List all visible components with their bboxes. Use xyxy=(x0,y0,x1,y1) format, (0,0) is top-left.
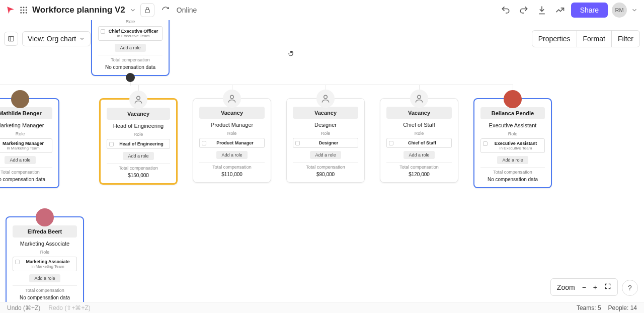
lock-button[interactable] xyxy=(140,3,154,17)
help-button[interactable]: ? xyxy=(622,280,638,296)
role-section-label: Role xyxy=(0,131,58,136)
svg-point-1 xyxy=(23,7,25,8)
toggle-panel-button[interactable] xyxy=(4,32,18,46)
comp-value: No compensation data xyxy=(0,177,58,182)
person-subtitle: Marketing Associate xyxy=(7,241,83,247)
card-head-engineering[interactable]: Vacancy Head of Engineering Role Head of… xyxy=(99,98,178,185)
card-designer[interactable]: Vacancy Designer Role Designer Add a rol… xyxy=(286,98,365,183)
comp-label: Total compensation xyxy=(7,288,83,293)
card-bellanca[interactable]: Bellanca Pendle Executive Assistant Role… xyxy=(473,98,552,188)
checkbox-icon[interactable] xyxy=(109,142,114,146)
add-role-button[interactable]: Add a role xyxy=(123,152,153,160)
vacancy-label: Vacancy xyxy=(295,110,356,116)
fullscreen-button[interactable] xyxy=(604,283,611,291)
checkbox-icon[interactable] xyxy=(15,260,20,264)
divider xyxy=(386,162,452,163)
checkbox-icon[interactable] xyxy=(389,141,393,145)
view-dropdown-label: View: Org chart xyxy=(28,35,76,43)
divider xyxy=(107,163,170,164)
role-row[interactable]: Product Manager xyxy=(199,138,265,148)
card-chief-of-staff[interactable]: Vacancy Chief of Staff Role Chief of Sta… xyxy=(380,98,458,183)
svg-point-2 xyxy=(26,7,27,8)
zoom-controls: Zoom − + xyxy=(550,278,618,296)
checkbox-icon[interactable] xyxy=(483,141,488,146)
add-role-button[interactable]: Add a role xyxy=(497,156,528,164)
user-menu-chevron-icon[interactable] xyxy=(631,7,638,14)
avatar xyxy=(504,90,522,108)
redo-button[interactable] xyxy=(517,3,531,17)
trend-button[interactable] xyxy=(553,3,567,17)
svg-point-5 xyxy=(26,10,27,11)
apps-grid-icon[interactable] xyxy=(19,6,28,15)
view-dropdown[interactable]: View: Org chart xyxy=(22,31,91,46)
refresh-button[interactable] xyxy=(158,3,173,17)
role-row[interactable]: Chief of Staff xyxy=(386,138,452,148)
role-title: Marketing Manager xyxy=(0,141,49,146)
add-role-button[interactable]: Add a role xyxy=(5,156,35,164)
role-section-label: Role xyxy=(474,131,551,136)
undo-button[interactable] xyxy=(499,3,513,17)
download-button[interactable] xyxy=(535,3,549,17)
comp-label: Total compensation xyxy=(193,165,271,170)
tab-filter[interactable]: Filter xyxy=(611,31,639,47)
svg-point-14 xyxy=(324,95,328,99)
person-name: Mathilde Benger xyxy=(0,110,50,116)
vacancy-avatar-icon xyxy=(223,90,241,108)
zoom-out-button[interactable]: − xyxy=(582,283,586,291)
role-title: Product Manager xyxy=(209,140,261,145)
tab-properties[interactable]: Properties xyxy=(532,31,577,47)
role-section-label: Role xyxy=(7,250,83,255)
vacancy-subtitle: Chief of Staff xyxy=(380,122,458,128)
role-row[interactable]: Head of Engineering xyxy=(107,139,170,149)
role-row[interactable]: Designer xyxy=(293,138,358,148)
person-name: Elfreda Beert xyxy=(15,228,75,234)
document-title[interactable]: Workforce planning V2 xyxy=(32,5,125,15)
role-section-label: Role xyxy=(92,20,169,24)
add-role-button[interactable]: Add a role xyxy=(29,274,60,282)
divider xyxy=(293,162,358,163)
role-title: Chief Executive Officer xyxy=(108,29,159,34)
card-ceo[interactable]: Role Chief Executive Officer in Executiv… xyxy=(91,20,170,76)
svg-rect-9 xyxy=(145,10,149,13)
org-chart-canvas[interactable]: Role Chief Executive Officer in Executiv… xyxy=(0,20,644,302)
user-avatar[interactable]: RM xyxy=(612,3,627,18)
vacancy-avatar-icon xyxy=(129,91,147,109)
role-title: Marketing Associate xyxy=(22,259,73,264)
add-role-button[interactable]: Add a role xyxy=(310,151,341,159)
role-section-label: Role xyxy=(193,131,271,136)
chevron-down-icon xyxy=(79,36,85,42)
tab-format[interactable]: Format xyxy=(577,31,611,47)
card-elfreda[interactable]: Elfreda Beert Marketing Associate Role M… xyxy=(6,216,84,302)
share-button[interactable]: Share xyxy=(571,3,608,18)
checkbox-icon[interactable] xyxy=(202,141,206,145)
role-row[interactable]: Chief Executive Officer in Executive Tea… xyxy=(98,26,163,41)
comp-label: Total compensation xyxy=(287,165,364,170)
zoom-in-button[interactable]: + xyxy=(593,283,597,291)
role-title: Executive Assistant xyxy=(490,141,541,146)
role-section-label: Role xyxy=(380,131,458,136)
add-role-button[interactable]: Add a role xyxy=(115,44,145,52)
chevron-down-icon[interactable] xyxy=(129,7,136,14)
comp-value: No compensation data xyxy=(7,295,83,300)
checkbox-icon[interactable] xyxy=(101,29,105,34)
svg-point-3 xyxy=(20,10,22,11)
person-subtitle: Marketing Manager xyxy=(0,122,58,128)
vacancy-label: Vacancy xyxy=(201,110,263,116)
add-role-button[interactable]: Add a role xyxy=(404,151,434,159)
comp-value: $120,000 xyxy=(380,172,458,177)
role-row[interactable]: Marketing Manager in Marketing Team xyxy=(0,138,52,153)
vacancy-label: Vacancy xyxy=(109,111,168,117)
checkbox-icon[interactable] xyxy=(295,141,300,145)
comp-value: $110,000 xyxy=(193,172,271,177)
svg-point-12 xyxy=(137,96,140,100)
card-product-manager[interactable]: Vacancy Product Manager Role Product Man… xyxy=(193,98,271,183)
comp-value: $150,000 xyxy=(101,173,176,178)
role-row[interactable]: Executive Assistant in Executive Team xyxy=(480,138,545,153)
app-logo-icon xyxy=(6,6,15,15)
card-mathilde[interactable]: Mathilde Benger Marketing Manager Role M… xyxy=(0,98,59,188)
comp-value: $90,000 xyxy=(287,172,364,177)
add-role-button[interactable]: Add a role xyxy=(216,151,247,159)
divider xyxy=(13,285,77,286)
role-row[interactable]: Marketing Associate in Marketing Team xyxy=(13,257,77,271)
svg-point-4 xyxy=(23,10,25,11)
